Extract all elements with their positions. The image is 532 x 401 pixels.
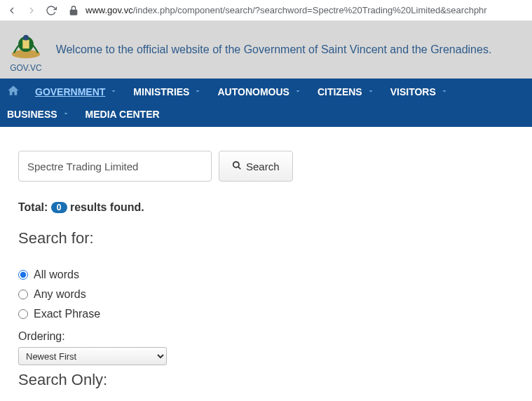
nav-business[interactable]: BUSINESS bbox=[7, 109, 70, 120]
radio-all-words[interactable]: All words bbox=[18, 269, 514, 281]
chevron-down-icon bbox=[367, 86, 375, 97]
nav-autonomous[interactable]: AUTONOMOUS bbox=[217, 86, 301, 97]
svg-rect-2 bbox=[22, 40, 29, 49]
search-button-label: Search bbox=[246, 161, 280, 172]
search-only-title: Search Only: bbox=[18, 371, 514, 389]
nav-citizens[interactable]: CITIZENS bbox=[318, 86, 375, 97]
chevron-down-icon bbox=[294, 86, 302, 97]
back-icon[interactable] bbox=[6, 4, 18, 17]
nav-media-center[interactable]: MEDIA CENTER bbox=[86, 109, 160, 120]
search-mode-radios: All words Any words Exact Phrase bbox=[18, 269, 514, 320]
svg-point-3 bbox=[23, 35, 29, 41]
chevron-down-icon bbox=[193, 86, 202, 97]
radio-exact-phrase[interactable]: Exact Phrase bbox=[18, 308, 514, 320]
radio-exact-phrase-input[interactable] bbox=[18, 309, 28, 319]
chevron-down-icon bbox=[440, 86, 449, 97]
welcome-text: Welcome to the official website of the G… bbox=[52, 43, 524, 56]
reload-icon[interactable] bbox=[45, 4, 57, 17]
radio-all-words-input[interactable] bbox=[18, 270, 28, 280]
site-banner: GOV.VC Welcome to the official website o… bbox=[0, 21, 532, 79]
svg-point-4 bbox=[233, 161, 239, 167]
ordering-select[interactable]: Newest First bbox=[18, 347, 167, 365]
radio-any-words[interactable]: Any words bbox=[18, 288, 514, 301]
ordering-label: Ordering: bbox=[18, 330, 514, 343]
results-count-badge: 0 bbox=[51, 202, 67, 213]
results-total: Total: 0 results found. bbox=[18, 201, 514, 214]
home-icon[interactable] bbox=[7, 84, 20, 99]
nav-visitors[interactable]: VISITORS bbox=[390, 86, 449, 97]
main-nav: GOVERNMENT MINISTRIES AUTONOMOUS CITIZEN… bbox=[0, 79, 532, 127]
radio-any-words-input[interactable] bbox=[18, 290, 28, 299]
search-button[interactable]: Search bbox=[219, 151, 293, 182]
address-bar[interactable]: www.gov.vc/index.php/component/search/?s… bbox=[64, 4, 526, 17]
chevron-down-icon bbox=[62, 109, 70, 120]
site-logo[interactable]: GOV.VC bbox=[8, 27, 43, 73]
search-for-title: Search for: bbox=[18, 229, 514, 247]
svg-line-5 bbox=[238, 166, 241, 169]
search-row: Search bbox=[18, 151, 514, 182]
forward-icon[interactable] bbox=[25, 4, 38, 17]
browser-toolbar: www.gov.vc/index.php/component/search/?s… bbox=[0, 0, 532, 21]
chevron-down-icon bbox=[109, 86, 118, 97]
content-area: Search Total: 0 results found. Search fo… bbox=[0, 127, 532, 401]
url-text: www.gov.vc/index.php/component/search/?s… bbox=[86, 5, 487, 15]
nav-government[interactable]: GOVERNMENT bbox=[35, 86, 118, 97]
lock-icon bbox=[67, 4, 80, 17]
nav-ministries[interactable]: MINISTRIES bbox=[133, 86, 202, 97]
search-icon bbox=[232, 161, 242, 172]
search-input[interactable] bbox=[18, 151, 212, 182]
site-logo-label: GOV.VC bbox=[10, 63, 42, 73]
